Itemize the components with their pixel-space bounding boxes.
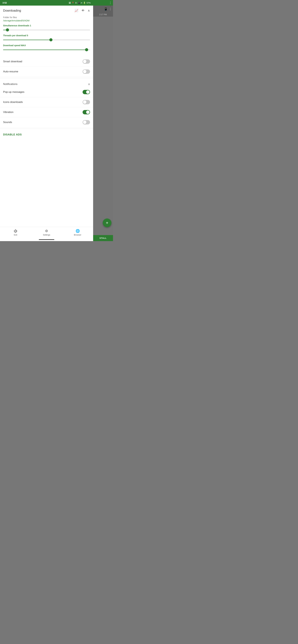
divider-2	[0, 128, 93, 129]
auto-resume-label: Auto-resume	[3, 70, 18, 73]
install-banner[interactable]: STALL	[93, 235, 113, 241]
notifications-header[interactable]: Notifications ∧	[0, 79, 93, 87]
simultaneous-slider[interactable]	[3, 28, 90, 32]
battery-percent: 57%	[87, 2, 91, 4]
nav-settings[interactable]: ⚙ Settings	[31, 227, 62, 238]
location-icon: 📍	[72, 2, 74, 4]
auto-resume-row: Auto-resume	[0, 67, 93, 77]
home-bar	[39, 239, 54, 240]
home-indicator	[0, 238, 93, 241]
right-menu-dots-icon[interactable]: ⋮	[109, 1, 112, 4]
phone-icon[interactable]: 📱	[104, 7, 108, 11]
right-toolbar-dots-icon[interactable]: ⋮	[109, 7, 112, 11]
header-icons: 📈 👁 ∧	[75, 9, 90, 12]
threads-download-row: Threads per download 5	[3, 34, 90, 42]
power-icon: ⏻	[14, 229, 17, 233]
vibration-row: Vibration	[0, 107, 93, 117]
disable-ads-button[interactable]: DISABLE ADS	[0, 130, 93, 139]
popup-messages-label: Pop-up messages	[3, 90, 24, 94]
sounds-toggle[interactable]	[83, 120, 90, 124]
nav-browser-label: Browser	[74, 234, 81, 236]
nav-exit-label: Exit	[14, 234, 17, 236]
settings-content: Downloading 📈 👁 ∧ Folder for files /stor…	[0, 6, 93, 227]
vibration-label: Vibration	[3, 111, 14, 114]
sounds-label: Sounds	[3, 121, 12, 124]
bottom-nav: ⏻ Exit ⚙ Settings 🌐 Browser	[0, 227, 93, 238]
battery-icon: 🔋	[83, 2, 86, 4]
threads-label: Threads per download 5	[3, 34, 90, 37]
smart-download-label: Smart download	[3, 60, 22, 63]
image-icon: 🖼	[69, 2, 71, 4]
notifications-title: Notifications	[3, 82, 18, 86]
right-panel: ⋮ 📱 ⋮ 2:17 PM + STALL	[93, 0, 113, 241]
folder-section: Folder for files /storage/emulated/0/ADM…	[0, 15, 93, 56]
download-speed-row: Download speed MAX	[3, 44, 90, 52]
nav-exit[interactable]: ⏻ Exit	[0, 227, 31, 238]
folder-label: Folder for files	[3, 16, 90, 18]
gray-area	[93, 16, 113, 241]
right-top-bar: ⋮	[93, 0, 113, 6]
download-icon: ⬇	[75, 2, 77, 4]
status-bar: 3:52 🖼 📍 ⬇ 📳 ▾ 🔋 57%	[0, 0, 93, 6]
sounds-row: Sounds	[0, 117, 93, 127]
icons-downloads-label: Icons downloads	[3, 100, 23, 104]
speed-label: Download speed MAX	[3, 44, 90, 47]
vibrate-icon: 📳	[78, 2, 80, 4]
notifications-chevron-icon[interactable]: ∧	[88, 82, 90, 86]
popup-messages-toggle[interactable]	[83, 90, 90, 94]
smart-download-toggle[interactable]	[83, 59, 90, 64]
nav-settings-label: Settings	[43, 234, 50, 236]
simultaneous-label: Simultaneous downloads 1	[3, 24, 90, 27]
popup-messages-row: Pop-up messages	[0, 87, 93, 97]
status-icons: 🖼 📍 ⬇ 📳 ▾ 🔋 57%	[69, 2, 91, 4]
icons-downloads-toggle[interactable]	[83, 100, 90, 104]
threads-slider[interactable]	[3, 38, 90, 42]
auto-resume-toggle[interactable]	[83, 70, 90, 74]
fab-button[interactable]: +	[103, 218, 111, 227]
wifi-icon: ▾	[81, 2, 82, 4]
smart-download-row: Smart download	[0, 56, 93, 67]
status-time: 3:52	[3, 2, 7, 4]
right-toolbar: 📱 ⋮	[93, 6, 113, 12]
downloading-title: Downloading	[3, 9, 21, 12]
browser-icon: 🌐	[76, 229, 80, 233]
collapse-icon[interactable]: ∧	[88, 9, 90, 12]
fab-icon: +	[106, 220, 108, 225]
icons-downloads-row: Icons downloads	[0, 97, 93, 107]
simultaneous-downloads-row: Simultaneous downloads 1	[3, 24, 90, 32]
downloading-header: Downloading 📈 👁 ∧	[0, 6, 93, 15]
right-content: 📱 ⋮ 2:17 PM	[93, 6, 113, 241]
chart-icon[interactable]: 📈	[75, 9, 78, 12]
nav-browser[interactable]: 🌐 Browser	[62, 227, 93, 238]
timestamp: 2:17 PM	[98, 12, 108, 16]
eye-icon[interactable]: 👁	[81, 9, 85, 12]
main-panel: 3:52 🖼 📍 ⬇ 📳 ▾ 🔋 57% Downloading 📈 👁 ∧	[0, 0, 93, 241]
settings-icon: ⚙	[45, 229, 48, 233]
folder-path[interactable]: /storage/emulated/0/ADM	[3, 19, 90, 22]
vibration-toggle[interactable]	[83, 110, 90, 114]
speed-slider[interactable]	[3, 48, 90, 52]
